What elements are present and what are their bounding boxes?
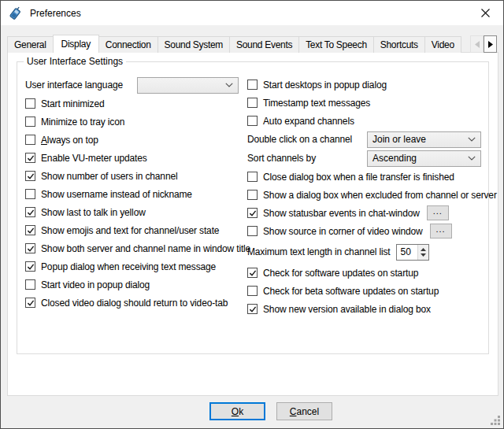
checkbox-label: Check for beta software updates on start… [263,286,439,297]
tab-label: Text To Speech [306,39,367,50]
spinner-value: 50 [397,246,417,257]
checkbox-row[interactable]: Start desktops in popup dialog [247,76,485,94]
dropdown-sort-channels-by[interactable]: Ascending [367,150,481,167]
combo-label: Double click on a channel [247,134,367,145]
checkbox-show-number-of-users-in-channel[interactable] [25,171,35,181]
checkbox-row[interactable]: Show both server and channel name in win… [25,239,247,257]
ok-button[interactable]: Ok [209,402,265,420]
checkbox-show-emojis-and-text-for-channel-user-state[interactable] [25,225,35,235]
tab-sound-events[interactable]: Sound Events [229,36,299,53]
cancel-button[interactable]: Cancel [276,402,332,420]
checkmark-icon [249,269,257,277]
checkbox-row[interactable]: Show emojis and text for channel/user st… [25,221,247,239]
checkbox-show-a-dialog-box-when-excluded-from-channel-or-[interactable] [247,190,258,200]
checkmark-icon [27,299,35,307]
checkbox-show-last-to-talk-in-yellow[interactable] [25,207,35,217]
checkbox-row[interactable]: Check for software updates on startup [247,264,485,282]
dropdown-value: Ascending [372,153,417,164]
checkbox-label: Minimize to tray icon [41,116,124,128]
checkbox-label: Closed video dialog should return to vid… [41,298,228,309]
title-bar[interactable]: Preferences [1,1,503,25]
checkbox-start-minimized[interactable] [25,98,35,109]
checkbox-row[interactable]: Show username instead of nickname [25,185,247,203]
close-button[interactable] [468,1,503,24]
checkbox-row[interactable]: Start video in popup dialog [25,276,247,294]
number-spinner[interactable]: 50 [396,244,429,261]
checkbox-row[interactable]: Close dialog box when a file transfer is… [247,168,485,186]
checkbox-row[interactable]: Popup dialog when receiving text message [25,257,247,276]
checkbox-label: Show emojis and text for channel/user st… [41,225,219,236]
checkbox-row[interactable]: Show number of users in channel [25,167,247,185]
checkbox-label: Popup dialog when receiving text message [41,261,216,272]
checkbox-label: Show last to talk in yellow [41,207,146,218]
tab-scroll-right-button[interactable] [484,35,497,53]
checkbox-show-both-server-and-channel-name-in-window-titl[interactable] [25,243,35,253]
tab-general[interactable]: General [7,36,54,53]
checkbox-always-on-top[interactable] [25,135,35,145]
checkbox-closed-video-dialog-should-return-to-video-tab[interactable] [25,298,35,308]
ellipsis-button[interactable]: ... [430,224,452,239]
checkbox-row[interactable]: Check for beta software updates on start… [247,282,485,300]
checkbox-show-new-version-available-in-dialog-box[interactable] [247,304,258,314]
resize-grip[interactable] [491,416,501,426]
checkbox-label: Start minimized [41,98,104,109]
settings-columns: User interface language Start minimized … [17,62,488,318]
dropdown-user-interface-language[interactable] [137,77,239,94]
spin-row: Maximum text length in channel list 50 [247,240,485,264]
tab-label: Connection [106,39,151,50]
checkbox-show-statusbar-events-in-chat-window[interactable] [247,208,258,218]
tab-sound-system[interactable]: Sound System [158,36,230,53]
combo-label: User interface language [25,80,137,91]
checkbox-check-for-software-updates-on-startup[interactable] [247,268,258,278]
checkbox-row[interactable]: Minimize to tray icon [25,113,247,131]
checkbox-show-source-in-corner-of-video-window[interactable] [247,226,258,236]
checkbox-check-for-beta-software-updates-on-startup[interactable] [247,286,258,296]
ellipsis-button[interactable]: ... [427,205,449,220]
tab-display[interactable]: Display [53,35,99,53]
checkbox-enable-vu-meter-updates[interactable] [25,153,35,163]
checkbox-label: Show number of users in channel [41,171,177,182]
close-icon [481,9,490,17]
checkmark-icon [27,263,35,271]
checkbox-row[interactable]: Enable VU-meter updates [25,149,247,167]
checkbox-row[interactable]: Show a dialog box when excluded from cha… [247,186,485,204]
checkbox-timestamp-text-messages[interactable] [247,98,258,108]
checkbox-show-username-instead-of-nickname[interactable] [25,189,35,199]
tab-label: General [14,39,46,50]
checkbox-label: Show new version available in dialog box [263,304,431,315]
checkbox-label: Show source in corner of video window [263,226,423,237]
tab-scroll-left-button[interactable] [470,35,484,53]
spinner-buttons[interactable] [417,245,428,260]
checkbox-label: Show a dialog box when excluded from cha… [263,190,497,201]
combo-row: Sort channels by Ascending [247,149,485,168]
checkbox-row[interactable]: Show source in corner of video window ..… [247,222,485,240]
tab-connection[interactable]: Connection [98,36,158,53]
checkbox-row[interactable]: Timestamp text messages [247,94,485,112]
checkbox-popup-dialog-when-receiving-text-message[interactable] [25,261,35,272]
dialog-button-row: OkCancel [1,402,503,420]
checkbox-row[interactable]: Show statusbar events in chat-window ... [247,204,485,222]
dropdown-double-click-on-a-channel[interactable]: Join or leave [367,131,481,148]
checkbox-row[interactable]: Auto expand channels [247,112,485,130]
checkbox-start-video-in-popup-dialog[interactable] [25,279,35,290]
tab-video[interactable]: Video [424,36,461,53]
checkbox-minimize-to-tray-icon[interactable] [25,116,35,127]
tab-label: Sound System [165,39,223,50]
checkbox-close-dialog-box-when-a-file-transfer-is-finishe[interactable] [247,172,258,182]
dialog-button-label: Cancel [290,406,319,417]
checkbox-row[interactable]: Show new version available in dialog box [247,300,485,318]
spinner-down-icon [421,253,426,257]
checkbox-row[interactable]: Show last to talk in yellow [25,203,247,221]
group-title: User Interface Settings [24,56,126,67]
display-tab-page: User Interface Settings User interface l… [7,52,498,396]
checkbox-start-desktops-in-popup-dialog[interactable] [247,80,258,90]
checkbox-label: Auto expand channels [263,116,354,127]
tab-shortcuts[interactable]: Shortcuts [373,36,425,53]
checkbox-label: Check for software updates on startup [263,268,418,279]
checkbox-row[interactable]: Closed video dialog should return to vid… [25,294,247,312]
checkbox-auto-expand-channels[interactable] [247,116,258,126]
checkbox-label: Show both server and channel name in win… [41,243,250,254]
checkbox-row[interactable]: Always on top [25,131,247,149]
checkbox-row[interactable]: Start minimized [25,94,247,113]
tab-text-to-speech[interactable]: Text To Speech [298,36,374,53]
